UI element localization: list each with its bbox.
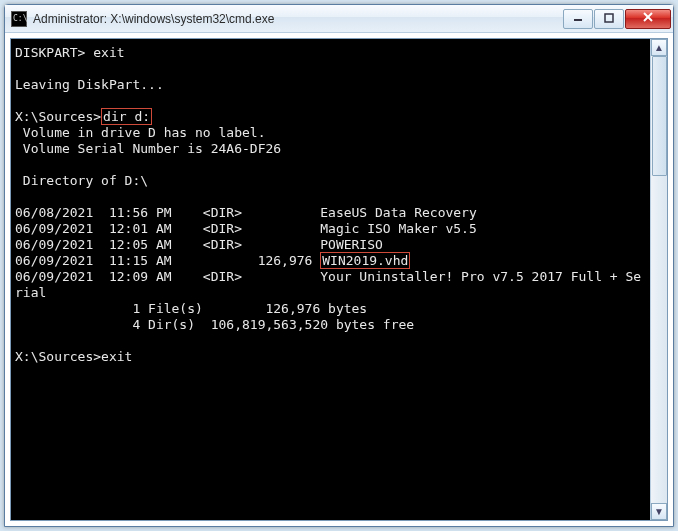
- close-icon: [642, 11, 654, 23]
- window-title: Administrator: X:\windows\system32\cmd.e…: [33, 12, 563, 26]
- dir-row-4a: 06/09/2021 11:15 AM 126,976: [15, 253, 320, 268]
- console-frame: DISKPART> exit Leaving DiskPart... X:\So…: [10, 38, 668, 521]
- svg-rect-1: [605, 14, 613, 22]
- scroll-up-button[interactable]: ▲: [651, 39, 667, 56]
- minimize-button[interactable]: [563, 9, 593, 29]
- cmd-icon: [11, 11, 27, 27]
- titlebar[interactable]: Administrator: X:\windows\system32\cmd.e…: [5, 5, 673, 33]
- cmd-dir-highlight: dir d:: [101, 108, 152, 125]
- dir-row-5: 06/09/2021 12:09 AM <DIR> Your Uninstall…: [15, 269, 641, 284]
- dir-row-3: 06/09/2021 12:05 AM <DIR> POWERISO: [15, 237, 383, 252]
- dir-row-5b: rial: [15, 285, 46, 300]
- dir-row-1: 06/08/2021 11:56 PM <DIR> EaseUS Data Re…: [15, 205, 477, 220]
- window-buttons: [563, 9, 671, 29]
- volume-line-2: Volume Serial Number is 24A6-DF26: [15, 141, 281, 156]
- scroll-down-button[interactable]: ▼: [651, 503, 667, 520]
- leaving-diskpart: Leaving DiskPart...: [15, 77, 164, 92]
- maximize-icon: [604, 13, 614, 23]
- prompt-sources-1: X:\Sources>: [15, 109, 101, 124]
- minimize-icon: [573, 13, 583, 23]
- cmd-window: Administrator: X:\windows\system32\cmd.e…: [4, 4, 674, 527]
- directory-of: Directory of D:\: [15, 173, 148, 188]
- volume-line-1: Volume in drive D has no label.: [15, 125, 265, 140]
- close-button[interactable]: [625, 9, 671, 29]
- prompt-diskpart: DISKPART>: [15, 45, 93, 60]
- scroll-thumb[interactable]: [652, 56, 667, 176]
- console-output[interactable]: DISKPART> exit Leaving DiskPart... X:\So…: [11, 39, 650, 520]
- summary-dirs: 4 Dir(s) 106,819,563,520 bytes free: [15, 317, 414, 332]
- cmd-exit-2: exit: [101, 349, 132, 364]
- maximize-button[interactable]: [594, 9, 624, 29]
- summary-files: 1 File(s) 126,976 bytes: [15, 301, 367, 316]
- cmd-exit-1: exit: [93, 45, 124, 60]
- prompt-sources-2: X:\Sources>: [15, 349, 101, 364]
- scrollbar[interactable]: ▲ ▼: [650, 39, 667, 520]
- vhd-file-highlight: WIN2019.vhd: [320, 252, 410, 269]
- dir-row-2: 06/09/2021 12:01 AM <DIR> Magic ISO Make…: [15, 221, 477, 236]
